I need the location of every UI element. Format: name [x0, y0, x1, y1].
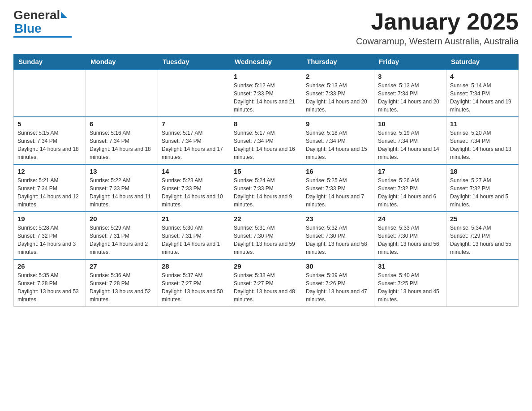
day-info: Sunrise: 5:25 AM Sunset: 7:33 PM Dayligh…: [306, 176, 370, 209]
day-number: 2: [306, 73, 370, 80]
header-cell-thursday: Thursday: [302, 54, 374, 70]
day-info: Sunrise: 5:37 AM Sunset: 7:27 PM Dayligh…: [162, 271, 226, 304]
day-info: Sunrise: 5:29 AM Sunset: 7:31 PM Dayligh…: [90, 224, 154, 256]
calendar-cell: [86, 69, 158, 117]
calendar-cell: 9Sunrise: 5:18 AM Sunset: 7:34 PM Daylig…: [302, 117, 374, 164]
calendar-cell: 26Sunrise: 5:35 AM Sunset: 7:28 PM Dayli…: [14, 259, 86, 307]
day-number: 13: [90, 167, 154, 175]
day-info: Sunrise: 5:16 AM Sunset: 7:34 PM Dayligh…: [90, 129, 154, 161]
calendar-cell: 6Sunrise: 5:16 AM Sunset: 7:34 PM Daylig…: [86, 117, 158, 164]
day-info: Sunrise: 5:32 AM Sunset: 7:30 PM Dayligh…: [306, 224, 370, 256]
day-info: Sunrise: 5:12 AM Sunset: 7:33 PM Dayligh…: [234, 81, 298, 114]
header-cell-saturday: Saturday: [446, 54, 519, 70]
calendar-week-3: 12Sunrise: 5:21 AM Sunset: 7:34 PM Dayli…: [14, 164, 519, 212]
logo-general-text: General: [13, 9, 60, 21]
day-number: 11: [450, 120, 515, 128]
calendar-week-4: 19Sunrise: 5:28 AM Sunset: 7:32 PM Dayli…: [14, 212, 519, 259]
calendar-cell: 11Sunrise: 5:20 AM Sunset: 7:34 PM Dayli…: [446, 117, 519, 164]
calendar-cell: 31Sunrise: 5:40 AM Sunset: 7:25 PM Dayli…: [374, 259, 446, 307]
day-number: 5: [17, 120, 82, 128]
day-number: 14: [162, 167, 226, 175]
day-info: Sunrise: 5:28 AM Sunset: 7:32 PM Dayligh…: [17, 224, 82, 256]
day-info: Sunrise: 5:18 AM Sunset: 7:34 PM Dayligh…: [306, 129, 370, 161]
calendar-cell: 21Sunrise: 5:30 AM Sunset: 7:31 PM Dayli…: [158, 212, 230, 259]
calendar-cell: 30Sunrise: 5:39 AM Sunset: 7:26 PM Dayli…: [302, 259, 374, 307]
day-info: Sunrise: 5:22 AM Sunset: 7:33 PM Dayligh…: [90, 176, 154, 209]
calendar-cell: 15Sunrise: 5:24 AM Sunset: 7:33 PM Dayli…: [230, 164, 302, 212]
calendar-cell: 22Sunrise: 5:31 AM Sunset: 7:30 PM Dayli…: [230, 212, 302, 259]
day-info: Sunrise: 5:27 AM Sunset: 7:32 PM Dayligh…: [450, 176, 515, 209]
calendar-header: SundayMondayTuesdayWednesdayThursdayFrid…: [14, 54, 519, 70]
day-info: Sunrise: 5:23 AM Sunset: 7:33 PM Dayligh…: [162, 176, 226, 209]
header-cell-wednesday: Wednesday: [230, 54, 302, 70]
day-info: Sunrise: 5:14 AM Sunset: 7:34 PM Dayligh…: [450, 81, 515, 114]
day-number: 25: [450, 215, 515, 223]
calendar-cell: 12Sunrise: 5:21 AM Sunset: 7:34 PM Dayli…: [14, 164, 86, 212]
day-number: 30: [306, 262, 370, 270]
calendar-cell: 24Sunrise: 5:33 AM Sunset: 7:30 PM Dayli…: [374, 212, 446, 259]
day-info: Sunrise: 5:26 AM Sunset: 7:32 PM Dayligh…: [378, 176, 442, 209]
title-area: January 2025 Cowaramup, Western Australi…: [356, 9, 519, 47]
day-info: Sunrise: 5:19 AM Sunset: 7:34 PM Dayligh…: [378, 129, 442, 161]
day-number: 27: [90, 262, 154, 270]
calendar-cell: 4Sunrise: 5:14 AM Sunset: 7:34 PM Daylig…: [446, 69, 519, 117]
header: General Blue January 2025 Cowaramup, Wes…: [13, 9, 519, 47]
day-number: 6: [90, 120, 154, 128]
calendar-week-5: 26Sunrise: 5:35 AM Sunset: 7:28 PM Dayli…: [14, 259, 519, 307]
header-cell-monday: Monday: [86, 54, 158, 70]
header-cell-tuesday: Tuesday: [158, 54, 230, 70]
calendar-cell: 17Sunrise: 5:26 AM Sunset: 7:32 PM Dayli…: [374, 164, 446, 212]
day-info: Sunrise: 5:30 AM Sunset: 7:31 PM Dayligh…: [162, 224, 226, 256]
subtitle: Cowaramup, Western Australia, Australia: [356, 36, 519, 47]
day-info: Sunrise: 5:17 AM Sunset: 7:34 PM Dayligh…: [162, 129, 226, 161]
day-info: Sunrise: 5:21 AM Sunset: 7:34 PM Dayligh…: [17, 176, 82, 209]
day-number: 9: [306, 120, 370, 128]
logo-underline: [13, 36, 72, 38]
day-number: 1: [234, 73, 298, 80]
calendar-cell: 27Sunrise: 5:36 AM Sunset: 7:28 PM Dayli…: [86, 259, 158, 307]
day-number: 19: [17, 215, 82, 223]
day-info: Sunrise: 5:24 AM Sunset: 7:33 PM Dayligh…: [234, 176, 298, 209]
day-number: 7: [162, 120, 226, 128]
calendar-cell: 8Sunrise: 5:17 AM Sunset: 7:34 PM Daylig…: [230, 117, 302, 164]
day-info: Sunrise: 5:15 AM Sunset: 7:34 PM Dayligh…: [17, 129, 82, 161]
day-number: 31: [378, 262, 442, 270]
day-number: 10: [378, 120, 442, 128]
calendar-cell: 23Sunrise: 5:32 AM Sunset: 7:30 PM Dayli…: [302, 212, 374, 259]
calendar-cell: [14, 69, 86, 117]
day-number: 4: [450, 73, 515, 80]
logo-triangle-icon: [61, 12, 67, 18]
calendar-cell: 28Sunrise: 5:37 AM Sunset: 7:27 PM Dayli…: [158, 259, 230, 307]
calendar-cell: 29Sunrise: 5:38 AM Sunset: 7:27 PM Dayli…: [230, 259, 302, 307]
header-row: SundayMondayTuesdayWednesdayThursdayFrid…: [14, 54, 519, 70]
calendar-cell: [158, 69, 230, 117]
day-info: Sunrise: 5:38 AM Sunset: 7:27 PM Dayligh…: [234, 271, 298, 304]
day-number: 22: [234, 215, 298, 223]
calendar: SundayMondayTuesdayWednesdayThursdayFrid…: [13, 54, 519, 307]
day-number: 3: [378, 73, 442, 80]
calendar-cell: 18Sunrise: 5:27 AM Sunset: 7:32 PM Dayli…: [446, 164, 519, 212]
day-info: Sunrise: 5:39 AM Sunset: 7:26 PM Dayligh…: [306, 271, 370, 304]
day-info: Sunrise: 5:34 AM Sunset: 7:29 PM Dayligh…: [450, 224, 515, 256]
day-number: 24: [378, 215, 442, 223]
logo-blue-text: Blue: [14, 21, 42, 36]
calendar-cell: 7Sunrise: 5:17 AM Sunset: 7:34 PM Daylig…: [158, 117, 230, 164]
day-info: Sunrise: 5:17 AM Sunset: 7:34 PM Dayligh…: [234, 129, 298, 161]
day-number: 18: [450, 167, 515, 175]
day-number: 28: [162, 262, 226, 270]
day-info: Sunrise: 5:36 AM Sunset: 7:28 PM Dayligh…: [90, 271, 154, 304]
day-info: Sunrise: 5:35 AM Sunset: 7:28 PM Dayligh…: [17, 271, 82, 304]
day-info: Sunrise: 5:33 AM Sunset: 7:30 PM Dayligh…: [378, 224, 442, 256]
day-info: Sunrise: 5:40 AM Sunset: 7:25 PM Dayligh…: [378, 271, 442, 304]
calendar-cell: 13Sunrise: 5:22 AM Sunset: 7:33 PM Dayli…: [86, 164, 158, 212]
day-number: 21: [162, 215, 226, 223]
day-number: 23: [306, 215, 370, 223]
day-info: Sunrise: 5:20 AM Sunset: 7:34 PM Dayligh…: [450, 129, 515, 161]
calendar-cell: 5Sunrise: 5:15 AM Sunset: 7:34 PM Daylig…: [14, 117, 86, 164]
calendar-week-2: 5Sunrise: 5:15 AM Sunset: 7:34 PM Daylig…: [14, 117, 519, 164]
calendar-cell: 2Sunrise: 5:13 AM Sunset: 7:33 PM Daylig…: [302, 69, 374, 117]
day-number: 20: [90, 215, 154, 223]
day-info: Sunrise: 5:13 AM Sunset: 7:34 PM Dayligh…: [378, 81, 442, 114]
calendar-cell: 1Sunrise: 5:12 AM Sunset: 7:33 PM Daylig…: [230, 69, 302, 117]
calendar-cell: 20Sunrise: 5:29 AM Sunset: 7:31 PM Dayli…: [86, 212, 158, 259]
